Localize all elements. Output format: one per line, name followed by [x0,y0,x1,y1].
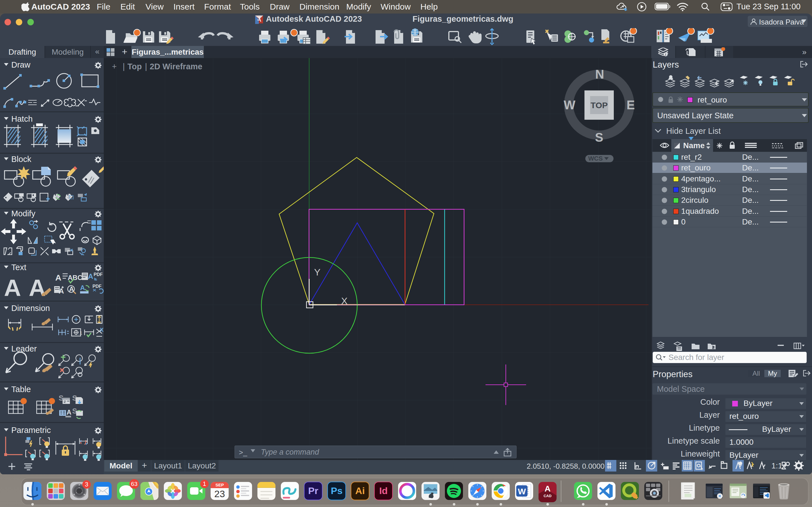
svg-text:CAD: CAD [544,494,552,498]
svg-text:Ps: Ps [331,485,343,496]
svg-text:A: A [66,408,71,416]
svg-text:PDF: PDF [93,284,101,289]
svg-text:W: W [564,98,575,112]
svg-text:.1: .1 [79,331,82,335]
svg-text:X: X [341,295,348,306]
svg-text:Leader: Leader [11,344,37,353]
svg-text:S: S [595,130,603,144]
svg-text:Ai: Ai [355,485,365,496]
svg-text:W: W [518,487,526,496]
svg-text:1:1: 1:1 [771,461,782,470]
svg-text:A: A [80,284,85,291]
svg-text:TOP: TOP [591,101,608,110]
svg-text:Hatch: Hatch [11,114,33,123]
svg-text:N: N [595,67,604,81]
svg-text:Draw: Draw [11,60,31,69]
svg-text:A: A [55,273,61,282]
svg-text:Y: Y [314,267,320,277]
svg-text:A: A [4,275,21,301]
svg-text:|: | [123,62,125,71]
svg-text:SEP: SEP [215,483,224,487]
svg-text:A: A [69,285,74,293]
svg-text:Id: Id [379,485,388,496]
svg-text:E: E [626,98,635,112]
svg-text:Parametric: Parametric [11,426,51,435]
svg-text:A: A [59,287,64,295]
svg-text:Block: Block [11,155,31,164]
svg-text:Text: Text [11,263,26,272]
svg-text:i: i [665,53,666,57]
svg-text:+: + [112,62,117,71]
svg-text:A: A [29,275,46,301]
svg-text:PDF: PDF [94,272,103,277]
svg-text:Modify: Modify [11,209,36,218]
svg-text:Top: Top [128,62,142,71]
svg-text:Pr: Pr [308,485,318,496]
svg-text:2D Wireframe: 2D Wireframe [150,62,202,71]
svg-text:63: 63 [131,481,137,487]
svg-text:Table: Table [11,385,31,394]
svg-text:23: 23 [214,489,225,499]
svg-text:X: X [100,327,104,333]
svg-text:A: A [545,484,551,493]
svg-text:Dimension: Dimension [11,304,50,313]
svg-text:WCS: WCS [588,155,603,162]
svg-text:|: | [145,62,147,71]
svg-text:A: A [88,272,93,281]
svg-text:3: 3 [85,481,88,488]
svg-text:ABC: ABC [68,274,82,281]
svg-text:1: 1 [203,480,206,487]
